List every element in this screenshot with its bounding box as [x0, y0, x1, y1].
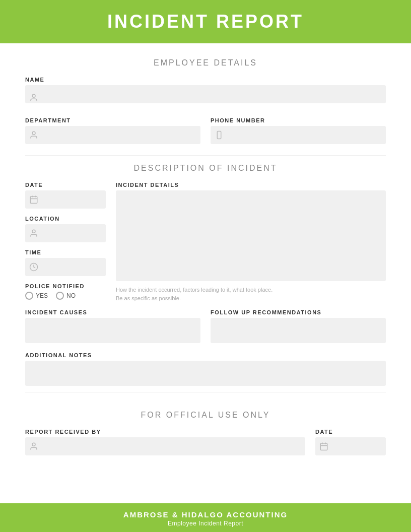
footer-subtitle: Employee Incident Report	[0, 520, 411, 527]
official-date-field-wrapper	[315, 437, 386, 455]
divider-1	[25, 155, 386, 156]
department-label: DEPARTMENT	[25, 117, 200, 123]
police-label: POLICE NOTIFIED	[25, 283, 106, 289]
causes-col: INCIDENT CAUSES	[25, 309, 200, 345]
description-title: DESCRIPTION OF INCIDENT	[25, 164, 386, 173]
causes-textarea[interactable]	[25, 318, 200, 343]
incident-details-label: INCIDENT DETAILS	[116, 182, 386, 188]
department-col: DEPARTMENT	[25, 117, 200, 151]
divider-2	[25, 392, 386, 392]
official-title: FOR OFFICIAL USE ONLY	[25, 411, 386, 420]
followup-label: FOLLOW UP RECOMMENDATIONS	[211, 309, 386, 315]
svg-rect-4	[30, 196, 37, 204]
causes-label: INCIDENT CAUSES	[25, 309, 200, 315]
additional-notes-section: ADDITIONAL NOTES	[25, 352, 386, 388]
incident-details-textarea[interactable]	[116, 190, 386, 281]
employee-details-title: EMPLOYEE DETAILS	[25, 58, 386, 68]
clock-icon	[29, 262, 38, 272]
phone-label: PHONE NUMBER	[211, 117, 386, 123]
phone-col: PHONE NUMBER	[211, 117, 386, 151]
page-title: INCIDENT REPORT	[0, 11, 411, 32]
received-input[interactable]	[25, 437, 305, 455]
department-input[interactable]	[25, 126, 200, 144]
official-section: FOR OFFICIAL USE ONLY REPORT RECEIVED BY…	[25, 401, 386, 462]
calendar-icon	[29, 195, 38, 204]
official-row: REPORT RECEIVED BY DATE	[25, 429, 386, 462]
phone-icon	[215, 130, 224, 140]
footer: AMBROSE & HIDALGO ACCOUNTING Employee In…	[0, 503, 411, 532]
employee-details-section: EMPLOYEE DETAILS NAME DEPARTMENT	[25, 58, 386, 151]
police-yes-radio[interactable]	[25, 292, 33, 300]
phone-input[interactable]	[211, 126, 386, 144]
name-label: NAME	[25, 77, 386, 83]
additional-notes-label: ADDITIONAL NOTES	[25, 352, 386, 358]
location-label: LOCATION	[25, 216, 106, 222]
police-no-label[interactable]: NO	[56, 292, 76, 300]
additional-notes-textarea[interactable]	[25, 361, 386, 386]
person-icon	[29, 93, 38, 102]
official-date-label: DATE	[315, 429, 386, 435]
received-label: REPORT RECEIVED BY	[25, 429, 305, 435]
received-person-icon	[29, 442, 38, 451]
name-field-wrapper	[25, 85, 386, 110]
dept-phone-row: DEPARTMENT PHONE NUMBER	[25, 117, 386, 151]
causes-recs-row: INCIDENT CAUSES FOLLOW UP RECOMMENDATION…	[25, 309, 386, 345]
footer-company: AMBROSE & HIDALGO ACCOUNTING	[0, 510, 411, 519]
police-no-radio[interactable]	[56, 292, 64, 300]
main-content: EMPLOYEE DETAILS NAME DEPARTMENT	[0, 43, 411, 503]
incident-hint: How the incident occurred, factors leadi…	[116, 286, 386, 302]
description-layout: DATE LOCATION	[25, 182, 386, 302]
date-label: DATE	[25, 182, 106, 188]
received-field-wrapper	[25, 437, 305, 455]
followup-col: FOLLOW UP RECOMMENDATIONS	[211, 309, 386, 345]
location-icon	[29, 229, 38, 238]
official-date-col: DATE	[315, 429, 386, 462]
svg-point-8	[32, 230, 35, 233]
department-field-wrapper	[25, 126, 200, 144]
department-icon	[29, 130, 38, 140]
date-field-wrapper	[25, 190, 106, 209]
time-label: TIME	[25, 249, 106, 255]
location-field-wrapper	[25, 224, 106, 242]
followup-textarea[interactable]	[211, 318, 386, 343]
header: INCIDENT REPORT	[0, 0, 411, 43]
desc-right-col: INCIDENT DETAILS How the incident occurr…	[116, 182, 386, 302]
svg-point-10	[32, 443, 35, 446]
svg-rect-11	[320, 443, 327, 450]
police-yes-label[interactable]: YES	[25, 292, 48, 300]
time-field-wrapper	[25, 258, 106, 276]
description-section: DESCRIPTION OF INCIDENT DATE LOCATION	[25, 164, 386, 388]
svg-point-1	[32, 131, 35, 135]
svg-rect-2	[217, 131, 221, 139]
name-input[interactable]	[25, 85, 386, 103]
police-row: YES NO	[25, 292, 106, 300]
phone-field-wrapper	[211, 126, 386, 144]
desc-left-col: DATE LOCATION	[25, 182, 106, 302]
official-calendar-icon	[319, 442, 328, 451]
report-received-col: REPORT RECEIVED BY	[25, 429, 305, 462]
svg-point-0	[32, 94, 35, 97]
